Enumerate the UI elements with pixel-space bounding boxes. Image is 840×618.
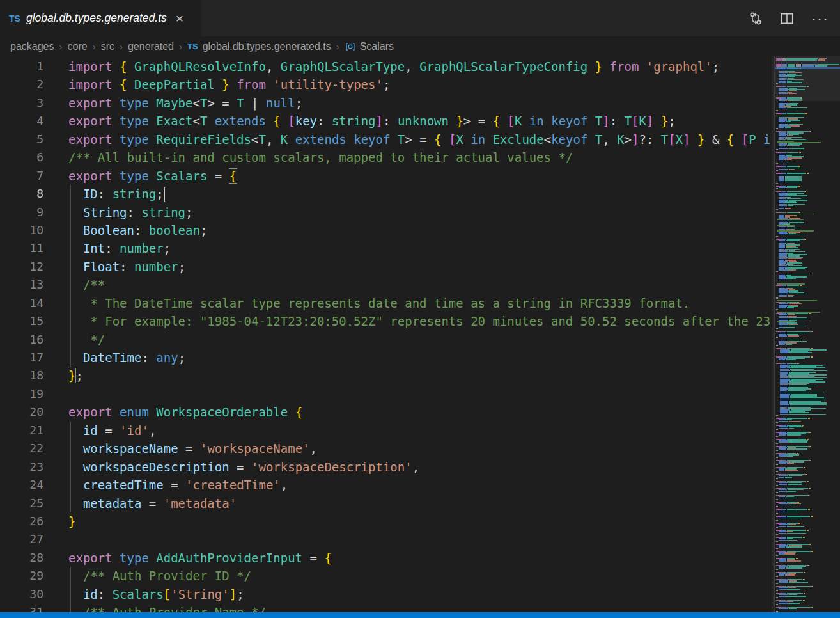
code-line-content: id = 'id', (68, 422, 773, 440)
line-number[interactable]: 18 (0, 367, 43, 384)
line-number[interactable]: 7 (0, 167, 43, 185)
code-line[interactable]: 6/** All built-in and custom scalars, ma… (0, 148, 773, 166)
code-line[interactable]: 26} (0, 512, 773, 530)
code-line[interactable]: 27 (0, 530, 773, 548)
text-cursor (164, 187, 165, 202)
code-line-content: /** All built-in and custom scalars, map… (68, 148, 773, 166)
line-number[interactable]: 8 (0, 185, 43, 203)
code-line[interactable]: 3export type Maybe<T> = T | null; (0, 94, 773, 112)
code-line[interactable]: 21 id = 'id', (0, 422, 773, 440)
code-line[interactable]: 11 Int: number; (0, 239, 773, 257)
line-number[interactable]: 17 (0, 349, 43, 367)
breadcrumb-item-generated[interactable]: generated (128, 41, 174, 52)
minimap[interactable] (775, 56, 840, 612)
line-number[interactable]: 21 (0, 422, 43, 440)
code-line-content: export type Maybe<T> = T | null; (68, 94, 773, 112)
code-line[interactable]: 2import { DeepPartial } from 'utility-ty… (0, 75, 773, 93)
code-line-content: metadata = 'metadata' (68, 495, 773, 512)
code-line-content: export type AddAuthProviderInput = { (68, 549, 773, 567)
line-number[interactable]: 1 (0, 58, 43, 75)
line-number[interactable]: 12 (0, 258, 43, 276)
code-line[interactable]: 31 /** Auth Provider Name */ (0, 603, 773, 612)
code-line[interactable]: 4export type Exact<T extends { [key: str… (0, 112, 773, 130)
line-number[interactable]: 6 (0, 148, 43, 166)
code-line[interactable]: 17 DateTime: any; (0, 349, 773, 367)
code-line[interactable]: 5export type RequireFields<T, K extends … (0, 131, 773, 148)
more-actions-icon[interactable]: ··· (811, 15, 828, 22)
breadcrumb-item-packages[interactable]: packages (10, 41, 54, 52)
line-number[interactable]: 4 (0, 112, 43, 130)
code-line[interactable]: 9 String: string; (0, 203, 773, 221)
line-number[interactable]: 10 (0, 221, 43, 239)
code-area[interactable]: 1import { GraphQLResolveInfo, GraphQLSca… (0, 58, 773, 612)
line-number[interactable]: 14 (0, 294, 43, 312)
code-line[interactable]: 10 Boolean: boolean; (0, 221, 773, 239)
code-line[interactable]: 22 workspaceName = 'workspaceName', (0, 440, 773, 457)
line-number[interactable]: 13 (0, 276, 43, 294)
line-number[interactable]: 22 (0, 440, 43, 457)
line-number[interactable]: 24 (0, 476, 43, 494)
code-line[interactable]: 20export enum WorkspaceOrderable { (0, 403, 773, 421)
code-line[interactable]: 7export type Scalars = { (0, 167, 773, 185)
line-number[interactable]: 29 (0, 567, 43, 585)
close-icon[interactable]: × (176, 12, 183, 25)
line-number[interactable]: 19 (0, 385, 43, 403)
breadcrumb: packages›core›src›generated›TSglobal.db.… (0, 36, 840, 56)
open-changes-icon[interactable] (749, 12, 763, 26)
code-line[interactable]: 15 * For example: "1985-04-12T23:20:50.5… (0, 312, 773, 330)
code-line-content: /** Auth Provider Name */ (68, 603, 773, 612)
code-line-content: import { GraphQLResolveInfo, GraphQLScal… (68, 58, 773, 75)
line-number[interactable]: 16 (0, 331, 43, 349)
code-line[interactable]: 28export type AddAuthProviderInput = { (0, 549, 773, 567)
code-line-content: String: string; (68, 203, 773, 221)
typescript-file-icon: TS (187, 42, 198, 51)
code-line[interactable]: 23 workspaceDescription = 'workspaceDesc… (0, 458, 773, 476)
line-number[interactable]: 5 (0, 131, 43, 148)
code-line[interactable]: 19 (0, 385, 773, 403)
breadcrumb-item-global-db-types-generated-ts[interactable]: TSglobal.db.types.generated.ts (187, 41, 331, 52)
status-bar (0, 612, 840, 618)
code-line-content: ID: string; (68, 185, 773, 203)
code-line[interactable]: 16 */ (0, 331, 773, 349)
code-line[interactable]: 13 /** (0, 276, 773, 294)
line-number[interactable]: 26 (0, 512, 43, 530)
breadcrumb-item-scalars[interactable]: Scalars (345, 41, 394, 52)
split-editor-icon[interactable] (780, 12, 794, 26)
line-number[interactable]: 3 (0, 94, 43, 112)
code-line[interactable]: 18}; (0, 367, 773, 384)
chevron-right-icon: › (120, 41, 123, 52)
line-number[interactable]: 2 (0, 75, 43, 93)
code-line-content: export type Scalars = { (68, 167, 773, 185)
code-line[interactable]: 1import { GraphQLResolveInfo, GraphQLSca… (0, 58, 773, 75)
line-number[interactable]: 31 (0, 603, 43, 612)
editor-pane[interactable]: 1import { GraphQLResolveInfo, GraphQLSca… (0, 56, 840, 612)
code-line[interactable]: 14 * The DateTime scalar type represents… (0, 294, 773, 312)
editor-tab-bar: TS global.db.types.generated.ts × (0, 0, 840, 36)
code-line[interactable]: 12 Float: number; (0, 258, 773, 276)
breadcrumb-item-src[interactable]: src (101, 41, 114, 52)
code-line-content: /** (68, 276, 773, 294)
line-number[interactable]: 9 (0, 203, 43, 221)
line-number[interactable]: 20 (0, 403, 43, 421)
line-number[interactable]: 23 (0, 458, 43, 476)
line-number[interactable]: 30 (0, 585, 43, 603)
line-number[interactable]: 27 (0, 530, 43, 548)
line-number[interactable]: 15 (0, 312, 43, 330)
code-line-content: workspaceDescription = 'workspaceDescrip… (68, 458, 773, 476)
line-number[interactable]: 11 (0, 239, 43, 257)
code-line-content: id: Scalars['String']; (68, 585, 773, 603)
line-number[interactable]: 25 (0, 495, 43, 512)
code-line-content: export enum WorkspaceOrderable { (68, 403, 773, 421)
breadcrumb-item-core[interactable]: core (68, 41, 88, 52)
code-line-content: /** Auth Provider ID */ (68, 567, 773, 585)
code-line[interactable]: 29 /** Auth Provider ID */ (0, 567, 773, 585)
tab-global-db-types-generated[interactable]: TS global.db.types.generated.ts × (0, 0, 201, 36)
line-number[interactable]: 28 (0, 549, 43, 567)
code-line[interactable]: 24 createdTime = 'createdTime', (0, 476, 773, 494)
code-line-content: workspaceName = 'workspaceName', (68, 440, 773, 457)
chevron-right-icon: › (93, 41, 96, 52)
code-line[interactable]: 30 id: Scalars['String']; (0, 585, 773, 603)
code-line[interactable]: 8 ID: string; (0, 185, 773, 203)
code-line[interactable]: 25 metadata = 'metadata' (0, 495, 773, 512)
code-line-content: DateTime: any; (68, 349, 773, 367)
